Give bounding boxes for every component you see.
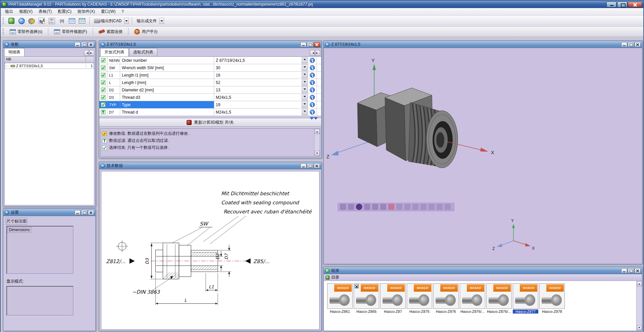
panel-minimize-button[interactable] (621, 42, 627, 47)
table-row[interactable]: L Length l [mm] 52 (99, 79, 321, 86)
close-button[interactable] (628, 2, 642, 7)
view-tool-display[interactable] (388, 204, 394, 210)
param-value[interactable]: 52 (214, 79, 308, 86)
user-platform-button[interactable]: 用户平台 (131, 28, 161, 36)
calculator-button[interactable]: 952 (47, 16, 56, 25)
catalog-card[interactable]: HASCO Hasco-Z876/... (460, 283, 485, 314)
panel-maximize-button[interactable] (628, 268, 634, 273)
table-view-button[interactable] (67, 16, 76, 25)
tab-scroll-right-button[interactable] (89, 50, 94, 56)
panel-minimize-button[interactable] (621, 268, 627, 273)
param-value[interactable]: 19 (214, 101, 308, 108)
tab-open-list[interactable]: 开放式列表 (100, 48, 129, 56)
tab-scroll-left-button[interactable] (310, 50, 315, 56)
table-row[interactable]: D7 Thread d M24x1,5 (99, 109, 321, 116)
scroll-up-button[interactable] (315, 129, 320, 134)
view-tool-zoom[interactable] (364, 204, 370, 210)
settings-gears-button[interactable] (27, 16, 36, 25)
menu-addons[interactable]: 附加件(X) (75, 8, 98, 15)
panel-maximize-button[interactable] (81, 210, 87, 215)
links-scrollbar[interactable] (636, 281, 642, 331)
view3d-panel-titlebar[interactable]: Z 877/19/24x1,5 (324, 41, 642, 48)
expand-double-chevron-icon[interactable] (310, 120, 318, 124)
table-detail-button[interactable] (78, 16, 86, 25)
table-row[interactable]: L1 Length l1 [mm] 16 (99, 72, 321, 79)
param-value[interactable]: 30 (214, 64, 308, 71)
table-row-selected[interactable]: TYP Type 19 (99, 101, 321, 109)
param-value[interactable]: 13 (214, 86, 308, 93)
view-tool-views[interactable] (412, 204, 418, 210)
value-dropdown-button[interactable] (302, 72, 307, 78)
catalog-card[interactable]: HASCO Hasco-Z876 (433, 283, 459, 314)
view-tool-section[interactable] (396, 204, 402, 210)
value-dropdown-button[interactable] (302, 57, 307, 64)
panel-minimize-button[interactable] (75, 210, 81, 215)
export-to-cad-button[interactable]: 输出到CAD (93, 17, 123, 25)
column-header-count[interactable] (86, 57, 94, 63)
info-icon[interactable] (310, 80, 315, 85)
panel-maximize-button[interactable] (307, 42, 313, 47)
view-tool-measure[interactable] (380, 204, 386, 210)
part-view-button[interactable]: 零部件视图(F) (51, 28, 90, 36)
view3d-viewport[interactable]: Y Z X (324, 48, 642, 264)
view-tool-fit[interactable] (372, 204, 378, 210)
info-icon[interactable] (310, 73, 315, 78)
view-tool-animate[interactable] (404, 204, 410, 210)
fastener-connection-button[interactable]: 紧固连接 (95, 28, 126, 36)
scroll-up-button[interactable] (637, 281, 642, 286)
param-value[interactable]: M24x1,5 (214, 109, 308, 116)
panel-minimize-button[interactable] (75, 42, 81, 47)
value-dropdown-button[interactable] (302, 101, 307, 108)
view-tool-snapshot[interactable] (437, 204, 443, 210)
export-to-file-dropdown[interactable] (159, 18, 164, 24)
param-value[interactable]: Z 877/19/24x1,5 (214, 57, 308, 64)
part-selection-button[interactable]: 零部件选择(s) (6, 28, 46, 36)
menu-window[interactable]: 窗口(W) (98, 8, 118, 15)
tab-scroll-right-button[interactable] (315, 50, 320, 56)
assembly-panel-titlebar[interactable]: 装配 (3, 41, 95, 48)
panel-maximize-button[interactable] (307, 163, 313, 168)
panel-minimize-button[interactable] (300, 42, 306, 47)
value-dropdown-button[interactable] (302, 94, 307, 100)
part-button[interactable] (7, 16, 16, 25)
toolbar-grip[interactable] (3, 28, 4, 35)
value-dropdown-button[interactable] (302, 109, 307, 115)
view-tool-pan[interactable] (340, 204, 346, 210)
web-catalog-button[interactable] (17, 16, 26, 25)
catalog-card-selected[interactable]: HASCO Hasco-Z877 (513, 283, 538, 314)
minimize-button[interactable] (606, 2, 616, 7)
legend-scrollbar[interactable] (314, 129, 320, 156)
panel-close-button[interactable] (314, 42, 320, 47)
scroll-down-button[interactable] (637, 325, 642, 330)
param-value[interactable]: M24x1,5 (214, 94, 308, 101)
parameter-panel-titlebar[interactable]: Z 877/19/24x1,5 (99, 41, 321, 48)
view3d-scene[interactable]: Y Z X (324, 48, 642, 264)
view-tool-grid[interactable] (420, 204, 427, 210)
info-icon[interactable] (310, 87, 315, 92)
info-icon[interactable] (310, 58, 315, 63)
catalog-card[interactable]: HASCO Hasco-Z876/... (486, 283, 512, 314)
links-panel-titlebar[interactable]: 链接 (324, 267, 642, 274)
panel-maximize-button[interactable] (81, 42, 87, 47)
panel-close-button[interactable] (635, 42, 641, 47)
menu-config[interactable]: 配置(C) (55, 8, 75, 15)
view-tool-shaded[interactable] (356, 204, 362, 210)
panel-close-button[interactable] (88, 210, 94, 215)
maximize-button[interactable] (617, 2, 627, 7)
titlebar[interactable]: PARTdataManager 9.02 - PARTsolutions by … (1, 1, 643, 8)
export-to-cad-dropdown[interactable] (124, 18, 129, 24)
assembly-row[interactable]: Z 877/19/24x1,5 1 (5, 63, 94, 69)
info-icon[interactable] (310, 110, 315, 115)
export-to-file-button[interactable]: 输出成文件 (135, 17, 158, 25)
table-row[interactable]: NENN Order number Z 877/19/24x1,5 (99, 57, 321, 64)
catalog-card[interactable]: HASCO Hasco-Z878 (539, 283, 565, 314)
menu-output[interactable]: 输出 (2, 8, 16, 15)
dimension-list-item[interactable]: Dimensions (8, 227, 31, 233)
menu-table[interactable]: 表格(T) (36, 8, 55, 15)
catalog-card[interactable]: HASCO Hasco-Z861 (327, 283, 353, 314)
view-tool-rotate[interactable] (348, 204, 354, 210)
panel-close-button[interactable] (314, 163, 320, 168)
display-mode-listbox[interactable] (6, 286, 73, 316)
dimension-listbox[interactable]: Dimensions (6, 226, 73, 274)
panel-close-button[interactable] (88, 42, 94, 47)
